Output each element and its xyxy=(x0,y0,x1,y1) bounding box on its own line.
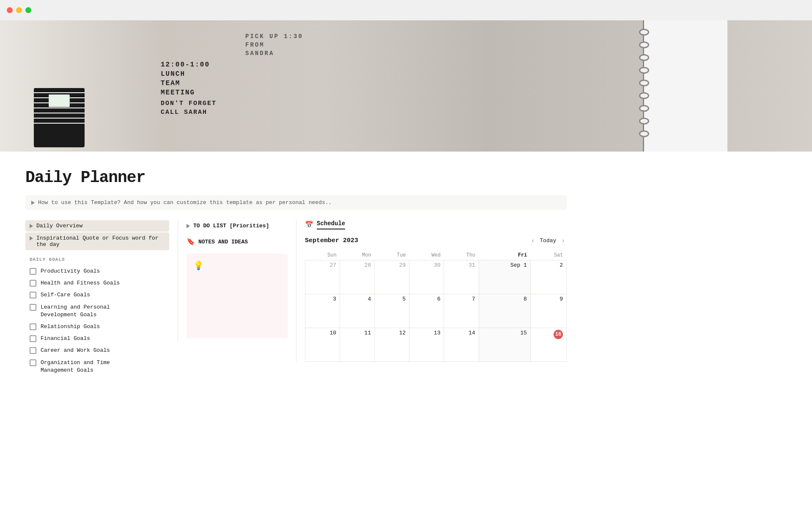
cal-day-13[interactable]: 13 xyxy=(409,328,444,362)
day-header-tue: Tue xyxy=(375,251,409,260)
toggle-quote[interactable]: Inspirational Quote or Focus word for th… xyxy=(25,232,169,250)
cal-day-15[interactable]: 15 xyxy=(479,328,530,362)
cal-day-5[interactable]: 5 xyxy=(375,294,409,328)
table-row: 10 11 12 13 14 15 16 xyxy=(305,328,567,362)
toggle-label: Inspirational Quote or Focus word for th… xyxy=(36,235,165,248)
goal-label: Productivity Goals xyxy=(41,268,100,275)
schedule-tab[interactable]: Schedule xyxy=(317,220,345,229)
goal-health[interactable]: Health and Fitness Goals xyxy=(25,277,169,289)
goal-label: Financial Goals xyxy=(41,335,90,342)
cal-day-27[interactable]: 27 xyxy=(305,260,340,294)
prev-month-button[interactable]: ‹ xyxy=(529,236,537,245)
hint-toggle-icon[interactable] xyxy=(31,201,35,205)
calendar-icon: 📅 xyxy=(305,221,313,229)
day-header-sun: Sun xyxy=(305,251,340,260)
bulb-icon: 💡 xyxy=(193,261,204,271)
toggle-icon xyxy=(30,236,33,240)
goal-label: Learning and PersonalDevelopment Goals xyxy=(41,304,110,319)
checkbox-relationship[interactable] xyxy=(30,323,36,330)
checkbox-selfcare[interactable] xyxy=(30,292,36,298)
hero-handwriting: PICK UP 1:30 FROM SANDRA 12:00-1:00 LUNC… xyxy=(161,33,487,118)
calendar-grid: Sun Mon Tue Wed Thu Fri Sat 27 28 29 xyxy=(305,251,567,362)
spiral-notebook xyxy=(643,20,727,152)
day-header-fri: Fri xyxy=(479,251,530,260)
day-header-thu: Thu xyxy=(444,251,479,260)
left-column: Daily Overview Inspirational Quote or Fo… xyxy=(25,220,178,376)
cal-day-2[interactable]: 2 xyxy=(530,260,566,294)
today-button[interactable]: Today xyxy=(540,237,556,244)
calendar-header: 📅 Schedule xyxy=(305,220,567,229)
goal-learning[interactable]: Learning and PersonalDevelopment Goals xyxy=(25,301,169,321)
toggle-daily-overview[interactable]: Daily Overview xyxy=(25,220,169,232)
cal-day-29[interactable]: 29 xyxy=(375,260,409,294)
checkbox-career[interactable] xyxy=(30,347,36,354)
titlebar xyxy=(0,0,812,20)
goal-label: Self-Care Goals xyxy=(41,291,90,299)
cal-day-31[interactable]: 31 xyxy=(444,260,479,294)
close-button[interactable] xyxy=(7,7,13,13)
maximize-button[interactable] xyxy=(25,7,31,13)
cal-day-6[interactable]: 6 xyxy=(409,294,444,328)
daily-goals-header: DAILY GOALS xyxy=(30,257,169,262)
mid-column: TO DO LIST [Priorities] 🔖 NOTES AND IDEA… xyxy=(178,220,296,342)
toggle-icon xyxy=(30,224,33,228)
cal-day-11[interactable]: 11 xyxy=(340,328,375,362)
hero-banner: PICK UP 1:30 FROM SANDRA 12:00-1:00 LUNC… xyxy=(0,20,812,152)
goal-relationship[interactable]: Relationship Goals xyxy=(25,321,169,333)
bookmark-icon: 🔖 xyxy=(187,237,195,246)
table-row: 27 28 29 30 31 Sep 1 2 xyxy=(305,260,567,294)
right-column: 📅 Schedule September 2023 ‹ Today › Sun … xyxy=(296,220,567,362)
cal-day-16-today[interactable]: 16 xyxy=(530,328,566,362)
table-row: 3 4 5 6 7 8 9 xyxy=(305,294,567,328)
goal-organization[interactable]: Organization and TimeManagement Goals xyxy=(25,357,169,376)
checkbox-learning[interactable] xyxy=(30,304,36,311)
cal-day-10[interactable]: 10 xyxy=(305,328,340,362)
todo-toggle-icon xyxy=(187,224,190,228)
goal-selfcare[interactable]: Self-Care Goals xyxy=(25,289,169,301)
day-header-sat: Sat xyxy=(530,251,566,260)
goal-label: Organization and TimeManagement Goals xyxy=(41,359,110,374)
calendar-month: September 2023 xyxy=(305,237,358,244)
notes-item[interactable]: 🔖 NOTES AND IDEAS xyxy=(182,235,292,248)
notes-label: NOTES AND IDEAS xyxy=(198,239,248,245)
goal-financial[interactable]: Financial Goals xyxy=(25,333,169,345)
goal-label: Relationship Goals xyxy=(41,323,100,331)
columns-wrapper: Daily Overview Inspirational Quote or Fo… xyxy=(25,220,567,376)
day-header-wed: Wed xyxy=(409,251,444,260)
notebook-decoration xyxy=(34,88,85,147)
cal-day-30[interactable]: 30 xyxy=(409,260,444,294)
cal-day-8[interactable]: 8 xyxy=(479,294,530,328)
main-content: Daily Planner How to use this Template? … xyxy=(0,152,592,393)
cal-day-sep1[interactable]: Sep 1 xyxy=(479,260,530,294)
day-header-mon: Mon xyxy=(340,251,375,260)
cal-day-28[interactable]: 28 xyxy=(340,260,375,294)
cal-day-7[interactable]: 7 xyxy=(444,294,479,328)
hint-block[interactable]: How to use this Template? And how you ca… xyxy=(25,195,567,210)
cal-day-3[interactable]: 3 xyxy=(305,294,340,328)
today-badge: 16 xyxy=(554,330,563,339)
checkbox-organization[interactable] xyxy=(30,359,36,366)
calendar-nav: September 2023 ‹ Today › xyxy=(305,236,567,245)
goal-label: Career and Work Goals xyxy=(41,347,110,354)
checkbox-health[interactable] xyxy=(30,280,36,287)
hint-text: How to use this Template? And how you ca… xyxy=(38,199,332,206)
next-month-button[interactable]: › xyxy=(560,236,567,245)
todo-label: TO DO LIST [Priorities] xyxy=(193,223,269,229)
cal-day-12[interactable]: 12 xyxy=(375,328,409,362)
checkbox-productivity[interactable] xyxy=(30,268,36,275)
cal-day-4[interactable]: 4 xyxy=(340,294,375,328)
toggle-label: Daily Overview xyxy=(36,223,82,229)
checkbox-financial[interactable] xyxy=(30,335,36,342)
notes-area: 💡 xyxy=(187,254,288,338)
page-title: Daily Planner xyxy=(25,168,567,187)
goal-productivity[interactable]: Productivity Goals xyxy=(25,265,169,277)
goal-label: Health and Fitness Goals xyxy=(41,279,120,287)
todo-toggle[interactable]: TO DO LIST [Priorities] xyxy=(182,220,292,232)
cal-day-14[interactable]: 14 xyxy=(444,328,479,362)
cal-day-9[interactable]: 9 xyxy=(530,294,566,328)
goal-career[interactable]: Career and Work Goals xyxy=(25,345,169,356)
minimize-button[interactable] xyxy=(16,7,22,13)
nav-buttons: ‹ Today › xyxy=(529,236,567,245)
